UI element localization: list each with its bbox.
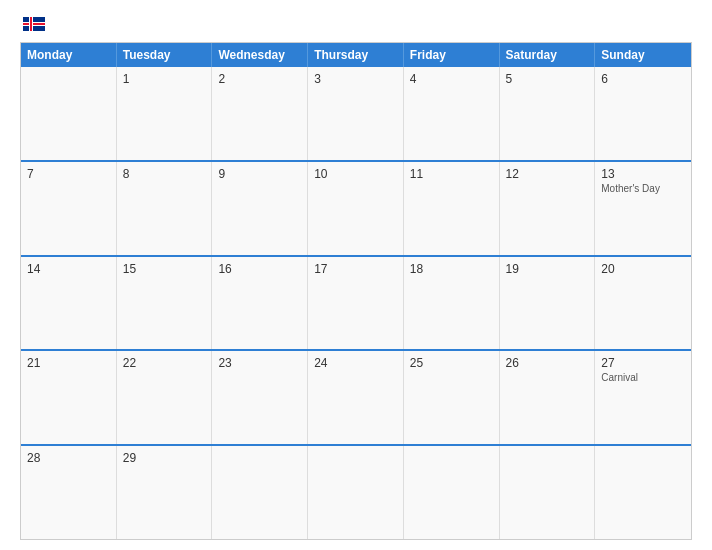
calendar-cell: 22 (117, 351, 213, 444)
calendar-cell: 10 (308, 162, 404, 255)
day-number: 3 (314, 72, 397, 86)
day-number: 11 (410, 167, 493, 181)
day-number: 7 (27, 167, 110, 181)
calendar-cell: 28 (21, 446, 117, 539)
calendar-header-cell: Thursday (308, 43, 404, 67)
day-number: 20 (601, 262, 685, 276)
logo-flag-icon (23, 17, 45, 31)
calendar-cell: 19 (500, 257, 596, 350)
calendar-week: 2829 (21, 446, 691, 539)
calendar-header-cell: Monday (21, 43, 117, 67)
day-number: 13 (601, 167, 685, 181)
calendar-cell (21, 67, 117, 160)
calendar-cell (595, 446, 691, 539)
calendar-week: 21222324252627Carnival (21, 351, 691, 446)
calendar-cell (500, 446, 596, 539)
calendar-cell: 18 (404, 257, 500, 350)
calendar-cell: 26 (500, 351, 596, 444)
calendar-cell: 15 (117, 257, 213, 350)
calendar-header-cell: Tuesday (117, 43, 213, 67)
day-number: 16 (218, 262, 301, 276)
calendar-week: 78910111213Mother's Day (21, 162, 691, 257)
calendar: MondayTuesdayWednesdayThursdayFridaySatu… (20, 42, 692, 540)
calendar-body: 12345678910111213Mother's Day14151617181… (21, 67, 691, 539)
event-label: Carnival (601, 372, 685, 383)
day-number: 18 (410, 262, 493, 276)
calendar-cell: 6 (595, 67, 691, 160)
calendar-cell: 2 (212, 67, 308, 160)
calendar-cell: 3 (308, 67, 404, 160)
calendar-cell: 11 (404, 162, 500, 255)
day-number: 2 (218, 72, 301, 86)
calendar-cell: 5 (500, 67, 596, 160)
day-number: 4 (410, 72, 493, 86)
calendar-cell (404, 446, 500, 539)
svg-rect-4 (30, 17, 32, 31)
calendar-header: MondayTuesdayWednesdayThursdayFridaySatu… (21, 43, 691, 67)
day-number: 23 (218, 356, 301, 370)
calendar-cell: 29 (117, 446, 213, 539)
calendar-cell (212, 446, 308, 539)
day-number: 26 (506, 356, 589, 370)
day-number: 25 (410, 356, 493, 370)
calendar-week: 14151617181920 (21, 257, 691, 352)
calendar-cell: 16 (212, 257, 308, 350)
calendar-cell: 4 (404, 67, 500, 160)
calendar-cell: 1 (117, 67, 213, 160)
day-number: 9 (218, 167, 301, 181)
day-number: 22 (123, 356, 206, 370)
day-number: 10 (314, 167, 397, 181)
calendar-header-cell: Wednesday (212, 43, 308, 67)
calendar-cell: 21 (21, 351, 117, 444)
day-number: 21 (27, 356, 110, 370)
calendar-week: 123456 (21, 67, 691, 162)
calendar-cell: 27Carnival (595, 351, 691, 444)
calendar-cell: 8 (117, 162, 213, 255)
calendar-cell: 25 (404, 351, 500, 444)
calendar-header-cell: Sunday (595, 43, 691, 67)
day-number: 15 (123, 262, 206, 276)
calendar-cell: 14 (21, 257, 117, 350)
calendar-header-cell: Friday (404, 43, 500, 67)
page: MondayTuesdayWednesdayThursdayFridaySatu… (0, 0, 712, 550)
calendar-cell: 20 (595, 257, 691, 350)
calendar-cell: 17 (308, 257, 404, 350)
day-number: 29 (123, 451, 206, 465)
calendar-cell: 9 (212, 162, 308, 255)
day-number: 27 (601, 356, 685, 370)
calendar-cell: 12 (500, 162, 596, 255)
event-label: Mother's Day (601, 183, 685, 194)
day-number: 8 (123, 167, 206, 181)
header (20, 18, 692, 32)
day-number: 5 (506, 72, 589, 86)
calendar-cell: 24 (308, 351, 404, 444)
calendar-cell: 7 (21, 162, 117, 255)
day-number: 19 (506, 262, 589, 276)
day-number: 6 (601, 72, 685, 86)
calendar-cell (308, 446, 404, 539)
calendar-cell: 23 (212, 351, 308, 444)
calendar-header-cell: Saturday (500, 43, 596, 67)
day-number: 17 (314, 262, 397, 276)
svg-rect-2 (23, 23, 45, 25)
calendar-cell: 13Mother's Day (595, 162, 691, 255)
day-number: 28 (27, 451, 110, 465)
day-number: 1 (123, 72, 206, 86)
logo (20, 18, 45, 32)
day-number: 14 (27, 262, 110, 276)
day-number: 24 (314, 356, 397, 370)
day-number: 12 (506, 167, 589, 181)
